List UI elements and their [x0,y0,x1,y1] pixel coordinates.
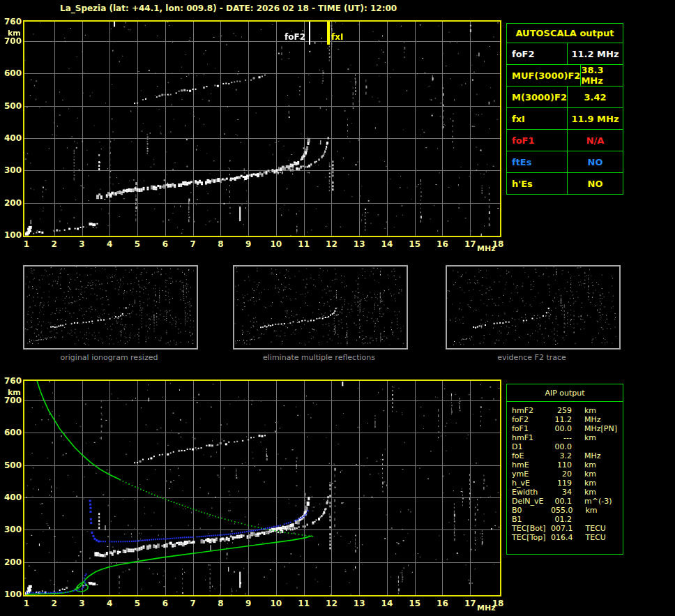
parameter-name: hmF2 [512,406,551,415]
x-axis-tick-label: 6 [157,239,174,249]
parameter-name: ftEs [507,151,568,172]
aip-row-tec-bot-: TEC[Bot]007.1TECU [512,524,619,533]
x-axis-tick-label: 12 [323,599,340,608]
x-axis-tick-label: 13 [351,239,367,249]
parameter-flag [616,460,619,469]
fxi-marker-label: fxI [331,32,343,42]
x-axis-tick-label: 10 [268,239,285,249]
x-axis-tick-label: 13 [351,599,367,608]
aip-row-h-ve: h_vE119km [512,479,619,488]
parameter-unit [572,442,584,451]
parameter-name: MUF(3000)F2 [507,65,581,86]
x-axis-tick-label: 10 [268,599,285,608]
aip-row-b0: B0055.0km [512,506,619,515]
autoscala-row-m-3000-f2: M(3000)F23.42 [507,86,623,107]
autoscala-row-h-es: h'EsNO [507,172,623,194]
thumbnail-canvas-eliminate [234,266,404,345]
autoscala-row-muf-3000-f2: MUF(3000)F238.3 MHz [507,64,623,86]
x-axis-tick-label: 7 [185,239,202,249]
autoscala-row-fof1: foF1N/A [507,129,623,151]
autoscala-row-fof2: foF211.2 MHz [507,43,623,64]
aip-row-yme: ymE20km [512,469,619,479]
x-axis-tick-label: 11 [296,599,312,608]
main-ionogram-canvas [24,22,500,236]
parameter-name: DelN_vE [512,497,551,506]
parameter-value: --- [551,433,572,442]
parameter-value: 38.3 MHz [581,65,623,86]
parameter-unit: km [572,469,596,479]
parameter-unit: km [572,460,596,469]
y-axis-tick-label: 600 [2,68,22,78]
aip-table-header: AIP output [507,384,623,402]
y-axis-tick-label: 100 [2,589,22,599]
thumbnail-caption-evidence: evidence F2 trace [446,353,618,362]
parameter-flag [616,515,619,524]
y-axis-tick-label: 300 [2,525,22,534]
y-axis-tick-label: 400 [2,133,22,143]
station-title: La_Spezia (lat: +44.1, lon: 009.8) - DAT… [60,3,397,13]
parameter-value: 3.42 [568,87,623,107]
x-axis-tick-label: 14 [379,239,395,249]
x-axis-tick-label: 15 [407,239,423,249]
y-axis-unit-label: km [8,388,21,397]
aip-row-foe: foE3.2MHz [512,451,619,460]
fof2-marker-label: foF2 [282,32,305,42]
x-axis-tick-label: 6 [157,599,174,608]
aip-row-d1: D100.0 [512,442,619,451]
parameter-value: 110 [551,460,572,469]
parameter-flag: [PN] [601,424,620,433]
parameter-value: 20 [551,469,572,479]
x-axis-tick-label: 3 [74,239,91,249]
parameter-value: 00.0 [551,424,572,433]
y-axis-tick-label: 500 [2,101,22,111]
parameter-unit: TECU [573,533,606,542]
parameter-flag [616,479,619,488]
parameter-name: D1 [512,442,551,451]
y-axis-tick-label: 500 [2,460,22,470]
parameter-name: M(3000)F2 [507,87,568,107]
autoscala-table-header: AUTOSCALA output [507,24,623,43]
aip-row-deln-ve: DelN_vE00.1m^(-3) [512,497,619,506]
x-axis-tick-label: 9 [240,239,257,249]
x-axis-tick-label: 4 [101,239,118,249]
autoscala-app-window: La_Spezia (lat: +44.1, lon: 009.8) - DAT… [0,0,675,616]
parameter-flag [616,497,619,506]
parameter-value: 055.0 [551,506,573,515]
parameter-unit: km [572,479,596,488]
parameter-name: hmF1 [512,433,551,442]
parameter-name: foE [512,451,551,460]
y-axis-tick-label: 600 [2,428,22,437]
x-axis-tick-label: 5 [129,599,146,608]
parameter-unit: MHz [572,451,601,460]
y-axis-tick-label: 200 [2,198,22,208]
aip-row-fof1: foF100.0MHz[PN] [512,424,619,433]
parameter-value: 119 [551,479,572,488]
parameter-value: N/A [568,130,623,151]
profile-ionogram-canvas [24,381,500,595]
parameter-value: 01.2 [551,515,572,524]
parameter-name: h'Es [507,173,568,194]
parameter-name: Ewidth [512,488,551,497]
x-axis-tick-label: 16 [434,239,450,249]
x-axis-tick-label: 1 [18,239,35,249]
parameter-unit: km [573,506,598,515]
x-axis-tick-label: 3 [74,599,91,608]
x-axis-tick-label: 9 [240,599,257,608]
aip-row-fof2: foF211.2MHz [512,415,619,424]
aip-row-hmf1: hmF1---km [512,433,619,442]
aip-row-ewidth: Ewidth34km [512,488,619,497]
x-axis-tick-label: 17 [462,239,478,249]
aip-row-tec-top-: TEC[Top]016.4TECU [512,533,619,542]
autoscala-output-table: AUTOSCALA output foF211.2 MHzMUF(3000)F2… [506,23,623,195]
x-axis-tick-label: 15 [407,599,423,608]
parameter-name: foF1 [512,424,551,433]
parameter-value: 11.2 [551,415,572,424]
parameter-name: B0 [512,506,551,515]
parameter-value: 00.1 [551,497,572,506]
aip-row-hme: hmE110km [512,460,619,469]
autoscala-row-fxi: fxI11.9 MHz [507,107,623,129]
parameter-value: NO [568,173,623,194]
parameter-value: 11.2 MHz [568,43,623,64]
parameter-name: foF2 [507,43,568,64]
parameter-name: ymE [512,469,551,479]
